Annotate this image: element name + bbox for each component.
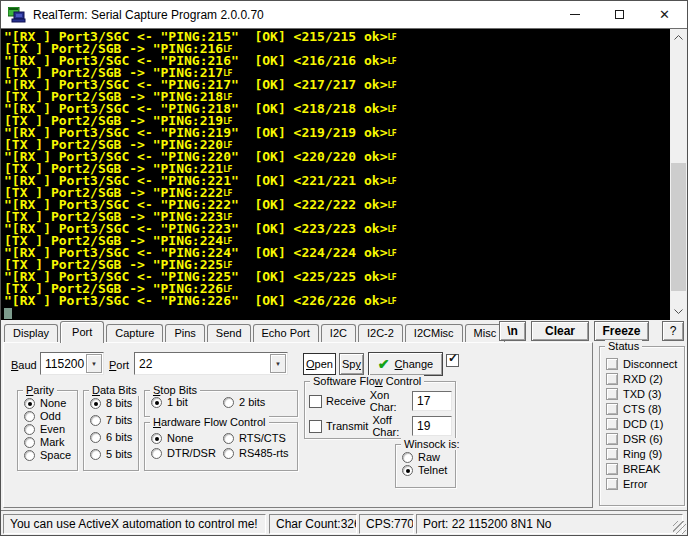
- radio-option-1-bit[interactable]: 1 bit: [151, 396, 223, 408]
- radio-option-label: RTS/CTS: [239, 432, 286, 444]
- radio-button-icon: [223, 448, 234, 459]
- status-item-break: BREAK: [606, 462, 684, 475]
- status-item-disconnect: Disconnect: [606, 357, 684, 370]
- freeze-button[interactable]: Freeze: [594, 321, 649, 341]
- radio-button-icon: [90, 432, 101, 443]
- radio-option-label: Space: [40, 449, 71, 461]
- xon-char-label: Xon Char:: [370, 389, 408, 413]
- radio-option-6-bits[interactable]: 6 bits: [90, 431, 138, 443]
- receive-row: Receive Xon Char:: [305, 391, 455, 411]
- chevron-down-icon: [674, 309, 683, 314]
- radio-option-label: 1 bit: [167, 396, 188, 408]
- radio-option-none[interactable]: None: [151, 432, 223, 444]
- scrollbar-thumb[interactable]: [671, 163, 686, 291]
- radio-option-2-bits[interactable]: 2 bits: [223, 396, 297, 408]
- newline-button[interactable]: \n: [499, 321, 526, 341]
- linefeed-control-glyph: LF: [388, 297, 397, 306]
- xon-char-input[interactable]: [412, 391, 452, 411]
- terminal-lines: "[RX ] Port3/SGC <- "PING:215" [OK] <215…: [1, 29, 670, 320]
- tab-display[interactable]: Display: [4, 324, 58, 342]
- radio-option-telnet[interactable]: Telnet: [402, 464, 455, 476]
- spy-button[interactable]: Spy: [339, 353, 364, 375]
- terminal-output: "[RX ] Port3/SGC <- "PING:215" [OK] <215…: [1, 29, 687, 320]
- minimize-button[interactable]: [552, 1, 597, 28]
- software-flow-rows: Receive Xon Char: Transmit Xoff Char:: [305, 382, 455, 436]
- linefeed-control-glyph: LF: [388, 201, 397, 210]
- radio-option-raw[interactable]: Raw: [402, 451, 455, 463]
- resize-grip[interactable]: [673, 521, 686, 534]
- open-button[interactable]: Open: [303, 353, 336, 375]
- radio-option-label: 2 bits: [239, 396, 265, 408]
- radio-option-list: NoneRTS/CTSDTR/DSRRS485-rts: [145, 423, 297, 459]
- radio-button-icon: [402, 465, 413, 476]
- status-item-label: DCD (1): [623, 418, 663, 430]
- maximize-button[interactable]: [597, 1, 642, 28]
- change-checkbox[interactable]: ✓: [446, 354, 459, 367]
- dropdown-arrow-icon[interactable]: ▼: [86, 354, 102, 373]
- radio-option-rs485-rts[interactable]: RS485-rts: [223, 447, 297, 459]
- radio-option-8-bits[interactable]: 8 bits: [90, 397, 138, 409]
- radio-button-icon: [24, 437, 35, 448]
- radio-button-icon: [90, 449, 101, 460]
- tab-i2c-2[interactable]: I2C-2: [358, 324, 403, 342]
- port-combobox[interactable]: 22 ▼: [134, 352, 288, 375]
- transmit-checkbox[interactable]: [309, 420, 322, 433]
- radio-option-label: RS485-rts: [239, 447, 289, 459]
- terminal-scrollbar[interactable]: [670, 29, 687, 320]
- radio-option-label: 7 bits: [106, 414, 132, 426]
- radio-option-label: Mark: [40, 436, 64, 448]
- led-indicator-icon: [606, 448, 618, 460]
- xoff-char-input[interactable]: [412, 416, 452, 436]
- green-check-icon: ✔: [378, 357, 390, 371]
- radio-button-icon: [151, 433, 162, 444]
- radio-option-rts-cts[interactable]: RTS/CTS: [223, 432, 297, 444]
- tab-i2cmisc[interactable]: I2CMisc: [405, 324, 463, 342]
- radio-option-label: 6 bits: [106, 431, 132, 443]
- receive-label: Receive: [326, 395, 366, 407]
- clear-button[interactable]: Clear: [531, 321, 589, 341]
- radio-option-even[interactable]: Even: [24, 423, 77, 435]
- radio-option-mark[interactable]: Mark: [24, 436, 77, 448]
- radio-option-label: DTR/DSR: [167, 447, 216, 459]
- led-indicator-icon: [606, 433, 618, 445]
- scroll-down-button[interactable]: [670, 303, 687, 320]
- radio-button-icon: [90, 398, 101, 409]
- dropdown-arrow-icon[interactable]: ▼: [270, 354, 286, 373]
- maximize-icon: [615, 10, 624, 19]
- xoff-char-label: Xoff Char:: [372, 414, 408, 438]
- tab-capture[interactable]: Capture: [106, 324, 163, 342]
- status-item-cts-8: CTS (8): [606, 402, 684, 415]
- close-button[interactable]: ✕: [642, 1, 687, 28]
- help-button[interactable]: ?: [662, 321, 684, 341]
- led-indicator-icon: [606, 463, 618, 475]
- change-button-label: Change: [395, 358, 434, 370]
- app-icon: [8, 7, 26, 23]
- radio-option-5-bits[interactable]: 5 bits: [90, 448, 138, 460]
- status-item-txd-3: TXD (3): [606, 387, 684, 400]
- baud-value: 115200: [41, 357, 85, 371]
- port-value: 22: [135, 357, 269, 371]
- receive-checkbox[interactable]: [309, 395, 322, 408]
- tab-echo-port[interactable]: Echo Port: [253, 324, 319, 342]
- baud-combobox[interactable]: 115200 ▼: [40, 352, 104, 375]
- tab-i2c[interactable]: I2C: [321, 324, 356, 342]
- tab-send[interactable]: Send: [207, 324, 251, 342]
- radio-option-dtr-dsr[interactable]: DTR/DSR: [151, 447, 223, 459]
- data-bits-group: Data Bits8 bits7 bits6 bits5 bits: [83, 390, 139, 471]
- change-button[interactable]: ✔ Change: [368, 352, 443, 376]
- status-bar: You can use ActiveX automation to contro…: [1, 510, 687, 535]
- tab-pins[interactable]: Pins: [165, 324, 204, 342]
- scroll-up-button[interactable]: [670, 29, 687, 46]
- tab-port[interactable]: Port: [60, 321, 104, 343]
- radio-option-7-bits[interactable]: 7 bits: [90, 414, 138, 426]
- group-title: Winsock is:: [401, 438, 463, 450]
- radio-option-odd[interactable]: Odd: [24, 410, 77, 422]
- led-indicator-icon: [606, 388, 618, 400]
- radio-option-label: Telnet: [418, 464, 447, 476]
- led-indicator-icon: [606, 478, 618, 490]
- baud-label: Baud: [11, 359, 37, 371]
- led-indicator-icon: [606, 358, 618, 370]
- radio-option-none[interactable]: None: [24, 397, 77, 409]
- radio-option-space[interactable]: Space: [24, 449, 77, 461]
- group-title: Status: [605, 340, 642, 352]
